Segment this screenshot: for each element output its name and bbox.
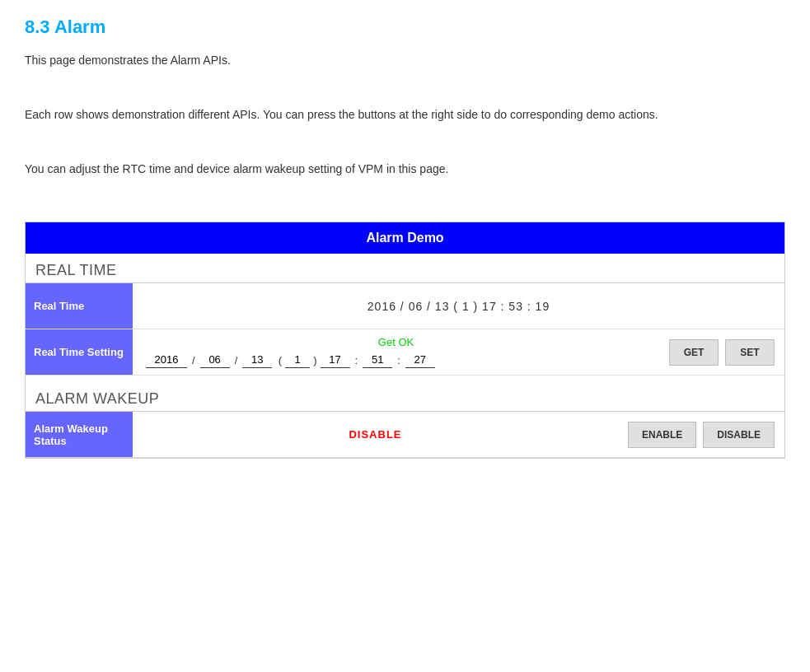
alarm-enable-button[interactable]: ENABLE [628,422,696,448]
rts-day-input[interactable] [242,352,272,368]
rts-hour-input[interactable] [321,352,350,368]
rts-dow-input[interactable] [285,352,310,368]
rts-actions: GET SET [659,334,784,371]
demo-body: REAL TIME Real Time 2016 / 06 / 13 ( 1 )… [26,254,784,458]
section-alarm-wakeup-label: ALARM WAKEUP [26,382,784,412]
rts-set-button[interactable]: SET [725,339,775,366]
rts-month-input[interactable] [200,352,230,368]
page-title: 8.3 Alarm [25,16,785,38]
sep-4: : [397,354,400,366]
desc-3: You can adjust the RTC time and device a… [25,160,785,180]
real-time-content: 2016 / 06 / 13 ( 1 ) 17 : 53 : 19 [133,295,784,318]
real-time-setting-label: Real Time Setting [26,329,133,375]
rts-fields: / / ( ) : : [146,352,435,368]
rts-min-input[interactable] [363,352,392,368]
sep-2: / [235,354,238,366]
rts-sec-input[interactable] [405,352,435,368]
realtime-display: 2016 / 06 / 13 ( 1 ) 17 : 53 : 19 [368,300,550,313]
paren-open: ( [275,354,282,366]
alarm-wakeup-status-value: DISABLE [349,428,401,441]
sep-3: : [355,354,358,366]
real-time-setting-content: Get OK / / ( ) : : [133,331,659,373]
alarm-wakeup-status-content: DISABLE [133,423,618,446]
get-ok-text: Get OK [146,336,646,348]
section-realtime-label: REAL TIME [26,254,784,283]
rts-get-button[interactable]: GET [669,339,719,366]
paren-close: ) [313,354,316,366]
row-alarm-wakeup-status: Alarm Wakeup Status DISABLE ENABLE DISAB… [26,412,784,458]
alarm-wakeup-status-label: Alarm Wakeup Status [26,412,133,457]
sep-1: / [192,354,195,366]
desc-1: This page demonstrates the Alarm APIs. [25,51,785,71]
real-time-label: Real Time [26,283,133,329]
rts-year-input[interactable] [146,352,187,368]
alarm-demo-container: Alarm Demo REAL TIME Real Time 2016 / 06… [25,222,785,459]
desc-2: Each row shows demonstration different A… [25,105,785,125]
alarm-wakeup-actions: ENABLE DISABLE [618,417,784,453]
row-real-time-setting: Real Time Setting Get OK / / ( ) [26,329,784,376]
demo-header: Alarm Demo [26,222,784,254]
rts-wrapper: Get OK / / ( ) : : [146,336,646,368]
alarm-disable-button[interactable]: DISABLE [703,422,775,448]
row-real-time: Real Time 2016 / 06 / 13 ( 1 ) 17 : 53 :… [26,283,784,329]
